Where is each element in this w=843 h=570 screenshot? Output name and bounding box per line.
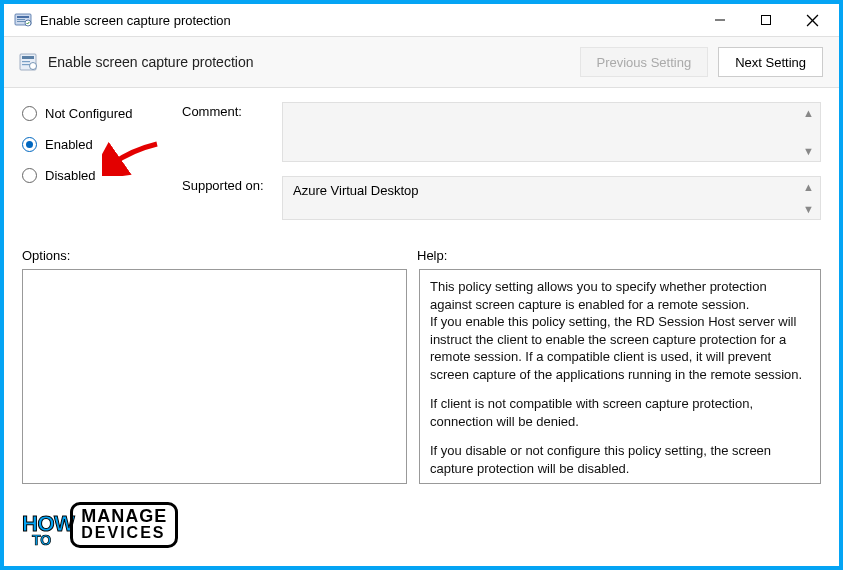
svg-rect-6 xyxy=(762,16,771,25)
radio-disabled[interactable]: Disabled xyxy=(22,168,182,183)
help-panel: This policy setting allows you to specif… xyxy=(419,269,821,484)
close-button[interactable] xyxy=(789,5,835,35)
svg-rect-3 xyxy=(17,21,25,22)
comment-input[interactable]: ▲ ▼ xyxy=(282,102,821,162)
app-icon xyxy=(14,11,32,29)
options-panel xyxy=(22,269,407,484)
header-title: Enable screen capture protection xyxy=(48,54,570,70)
help-text: If client is not compatible with screen … xyxy=(430,395,810,430)
minimize-button[interactable] xyxy=(697,5,743,35)
radio-label: Not Configured xyxy=(45,106,132,121)
radio-enabled[interactable]: Enabled xyxy=(22,137,182,152)
supported-on-field: Azure Virtual Desktop ▲ ▼ xyxy=(282,176,821,220)
scroll-up-icon[interactable]: ▲ xyxy=(803,107,814,119)
scroll-down-icon[interactable]: ▼ xyxy=(803,203,814,215)
maximize-button[interactable] xyxy=(743,5,789,35)
help-text: This policy setting allows you to specif… xyxy=(430,279,767,312)
watermark-logo: HOW TO MANAGE DEVICES xyxy=(22,502,178,548)
svg-rect-1 xyxy=(17,16,29,18)
svg-rect-12 xyxy=(22,64,30,65)
help-label: Help: xyxy=(417,248,447,263)
help-text: If you enable this policy setting, the R… xyxy=(430,314,802,382)
radio-label: Disabled xyxy=(45,168,96,183)
radio-label: Enabled xyxy=(45,137,93,152)
scroll-up-icon[interactable]: ▲ xyxy=(803,181,814,193)
radio-not-configured[interactable]: Not Configured xyxy=(22,106,182,121)
comment-label: Comment: xyxy=(182,102,282,162)
svg-rect-11 xyxy=(22,61,30,62)
svg-point-13 xyxy=(30,63,37,70)
svg-rect-10 xyxy=(22,56,34,59)
svg-rect-2 xyxy=(17,19,25,20)
header-bar: Enable screen capture protection Previou… xyxy=(4,36,839,88)
help-text: If you disable or not configure this pol… xyxy=(430,442,810,477)
policy-icon xyxy=(18,52,38,72)
window-title: Enable screen capture protection xyxy=(40,13,697,28)
next-setting-button[interactable]: Next Setting xyxy=(718,47,823,77)
previous-setting-button[interactable]: Previous Setting xyxy=(580,47,709,77)
supported-on-value: Azure Virtual Desktop xyxy=(293,183,419,198)
options-label: Options: xyxy=(22,248,70,263)
scroll-down-icon[interactable]: ▼ xyxy=(803,145,814,157)
window-titlebar: Enable screen capture protection xyxy=(4,4,839,36)
supported-on-label: Supported on: xyxy=(182,176,282,220)
